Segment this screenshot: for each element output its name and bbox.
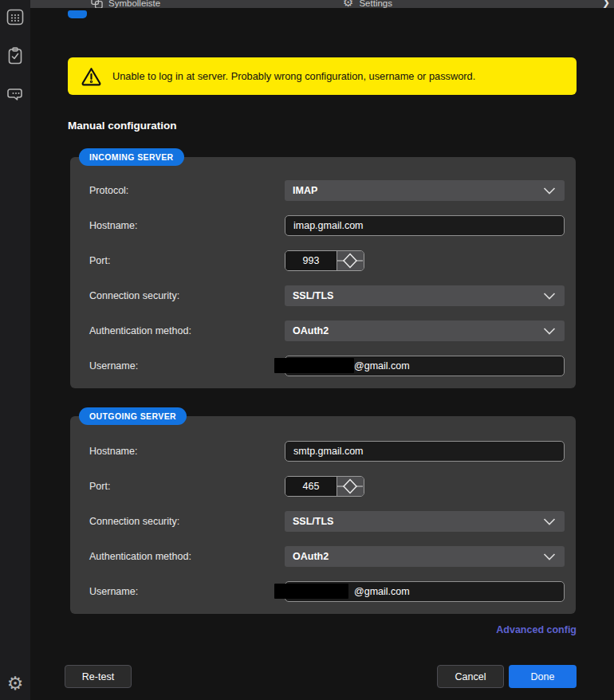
- outgoing-auth-select[interactable]: OAuth2: [285, 546, 565, 567]
- calendar-icon[interactable]: [5, 6, 26, 27]
- tab-settings-label: Settings: [359, 0, 392, 8]
- incoming-username-row: Username: @gmail.com: [81, 356, 565, 376]
- advanced-config-link[interactable]: Advanced config: [496, 624, 577, 635]
- connection-security-label: Connection security:: [89, 290, 285, 301]
- stepper-diamond-icon: [337, 477, 363, 496]
- incoming-hostname-value: imap.gmail.com: [293, 220, 364, 231]
- incoming-port-row: Port: 993: [81, 250, 565, 271]
- done-button[interactable]: Done: [509, 665, 577, 688]
- hostname-label: Hostname:: [89, 446, 285, 457]
- cancel-button[interactable]: Cancel: [437, 665, 504, 688]
- protocol-label: Protocol:: [89, 185, 285, 196]
- outgoing-security-value: SSL/TLS: [293, 516, 333, 527]
- incoming-security-select[interactable]: SSL/TLS: [285, 285, 565, 306]
- outgoing-username-row: Username: @gmail.com: [81, 581, 565, 602]
- port-label: Port:: [89, 255, 285, 266]
- authentication-method-label: Authentication method:: [89, 325, 285, 336]
- error-banner-text: Unable to log in at server. Probably wro…: [112, 70, 475, 82]
- redacted-username: [274, 358, 354, 373]
- footer-buttons: Re-test Cancel Done: [68, 665, 577, 688]
- incoming-protocol-row: Protocol: IMAP: [81, 180, 565, 201]
- username-label: Username:: [89, 360, 285, 372]
- incoming-username-input[interactable]: @gmail.com: [285, 356, 565, 376]
- protocol-select[interactable]: IMAP: [285, 180, 565, 201]
- chevron-down-icon: [543, 293, 556, 300]
- incoming-server-panel: INCOMING SERVER Protocol: IMAP Hostname:…: [70, 157, 576, 388]
- tab-strip: Symbolleiste ⚙ Settings ❯: [30, 0, 614, 8]
- outgoing-server-badge: OUTGOING SERVER: [79, 407, 187, 425]
- outgoing-username-input[interactable]: @gmail.com: [285, 581, 565, 602]
- incoming-security-row: Connection security: SSL/TLS: [81, 285, 565, 306]
- tab-toolbar-label: Symbolleiste: [108, 0, 160, 8]
- outgoing-port-input[interactable]: 465: [285, 477, 337, 496]
- incoming-port-spinner: 993: [285, 250, 364, 271]
- tasks-icon[interactable]: [5, 45, 26, 66]
- retest-button[interactable]: Re-test: [65, 665, 132, 688]
- connection-security-label: Connection security:: [89, 516, 285, 527]
- incoming-security-value: SSL/TLS: [293, 290, 333, 301]
- incoming-username-value: @gmail.com: [354, 360, 410, 372]
- port-stepper-buttons[interactable]: [337, 251, 364, 270]
- incoming-auth-select[interactable]: OAuth2: [285, 321, 565, 341]
- outgoing-username-value: @gmail.com: [354, 586, 410, 597]
- outgoing-security-select[interactable]: SSL/TLS: [285, 511, 565, 532]
- username-label: Username:: [89, 586, 285, 597]
- outgoing-auth-row: Authentication method: OAuth2: [81, 546, 565, 567]
- warning-triangle-icon: [81, 66, 102, 86]
- incoming-hostname-row: Hostname: imap.gmail.com: [81, 215, 565, 236]
- outgoing-auth-value: OAuth2: [293, 551, 329, 562]
- redacted-username: [274, 584, 348, 599]
- active-tab-indicator: [68, 10, 87, 18]
- tab-settings[interactable]: ⚙ Settings: [343, 0, 392, 8]
- advanced-config-row: Advanced config: [68, 624, 577, 636]
- protocol-value: IMAP: [293, 185, 317, 196]
- gear-icon: ⚙: [343, 0, 353, 8]
- incoming-port-input[interactable]: 993: [285, 251, 337, 270]
- chevron-down-icon: [543, 553, 556, 560]
- outgoing-hostname-row: Hostname: smtp.gmail.com: [81, 441, 565, 462]
- authentication-method-label: Authentication method:: [89, 551, 285, 562]
- chevron-down-icon: [543, 187, 556, 195]
- incoming-server-badge: INCOMING SERVER: [79, 148, 184, 166]
- outgoing-security-row: Connection security: SSL/TLS: [81, 511, 565, 532]
- error-banner: Unable to log in at server. Probably wro…: [68, 57, 577, 95]
- stepper-diamond-icon: [337, 251, 363, 270]
- chevron-down-icon: [543, 518, 556, 525]
- port-stepper-buttons[interactable]: [337, 477, 364, 496]
- tab-scroll-right-icon[interactable]: ❯: [602, 0, 610, 8]
- chevron-down-icon: [543, 328, 556, 335]
- tab-toolbar[interactable]: Symbolleiste: [91, 0, 160, 8]
- chat-icon[interactable]: [5, 85, 26, 105]
- outgoing-port-row: Port: 465: [81, 476, 565, 497]
- spaces-sidebar: ⚙: [0, 0, 30, 700]
- incoming-auth-value: OAuth2: [293, 325, 329, 336]
- settings-gear-icon[interactable]: ⚙: [0, 673, 30, 694]
- manual-configuration-heading: Manual configuration: [68, 120, 577, 132]
- incoming-hostname-input[interactable]: imap.gmail.com: [285, 215, 565, 236]
- hostname-label: Hostname:: [89, 220, 285, 231]
- outgoing-hostname-input[interactable]: smtp.gmail.com: [285, 441, 565, 462]
- account-setup-main: Unable to log in at server. Probably wro…: [30, 8, 614, 700]
- incoming-auth-row: Authentication method: OAuth2: [81, 321, 565, 341]
- outgoing-hostname-value: smtp.gmail.com: [293, 446, 364, 457]
- outgoing-port-spinner: 465: [285, 476, 364, 497]
- port-label: Port:: [89, 481, 285, 492]
- outgoing-server-panel: OUTGOING SERVER Hostname: smtp.gmail.com…: [70, 416, 576, 614]
